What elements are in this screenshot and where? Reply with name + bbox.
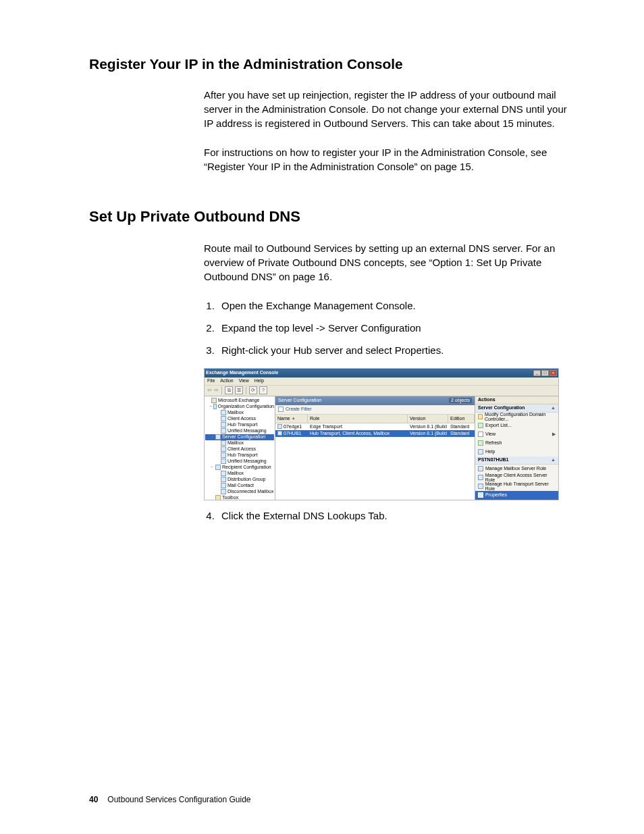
folder-icon (221, 422, 226, 427)
tree-node[interactable]: Mailbox (205, 410, 274, 416)
para-register-2: For instructions on how to register your… (204, 145, 572, 174)
action-icon (478, 423, 483, 428)
filter-row[interactable]: Create Filter (275, 405, 475, 415)
folder-icon (221, 477, 226, 482)
heading-register-ip: Register Your IP in the Administration C… (89, 55, 572, 73)
tree-node[interactable]: Hub Transport (205, 452, 274, 459)
toolbar-btn-help[interactable]: ? (259, 386, 267, 394)
document-page: Register Your IP in the Administration C… (0, 0, 644, 834)
collapse-icon: ▲ (551, 405, 556, 411)
center-title: Server Configuration (278, 398, 321, 403)
menu-file[interactable]: File (207, 378, 215, 384)
folder-icon (221, 483, 226, 488)
maximize-button[interactable]: □ (541, 370, 549, 376)
server-icon (277, 431, 282, 436)
sort-asc-icon: ▲ (292, 416, 296, 421)
folder-icon (221, 452, 226, 458)
menu-action[interactable]: Action (220, 378, 233, 384)
action-item[interactable]: Refresh (475, 439, 558, 448)
actions-header: Actions (475, 396, 558, 405)
menu-help[interactable]: Help (254, 378, 264, 384)
toolbar-btn-refresh[interactable]: ⟳ (249, 386, 257, 394)
action-icon (478, 414, 483, 419)
tree-node[interactable]: Client Access (205, 446, 274, 452)
step-item: Right-click your Hub server and select P… (217, 343, 572, 357)
center-header: Server Configuration 2 objects (275, 396, 475, 405)
center-pane: Server Configuration 2 objects Create Fi… (275, 396, 475, 500)
heading-private-dns: Set Up Private Outbound DNS (89, 207, 572, 226)
menu-view[interactable]: View (239, 378, 249, 384)
screenshot-exchange-console: Exchange Management Console _ □ × FileAc… (204, 368, 559, 500)
tree-node[interactable]: −Server Configuration (205, 434, 274, 440)
col-edition[interactable]: Edition (448, 415, 475, 423)
folder-icon (221, 489, 226, 494)
nav-tree[interactable]: Microsoft Exchange−Organization Configur… (205, 396, 275, 500)
tree-node[interactable]: −Organization Configuration (205, 404, 274, 410)
para-register-1: After you have set up reinjection, regis… (204, 88, 572, 130)
tree-node[interactable]: Toolbox (205, 495, 274, 500)
object-count: 2 objects (449, 398, 472, 403)
table-row[interactable]: 07edge1Edge TransportVersion 8.1 (Build … (275, 423, 475, 430)
actions-pane: Actions Server Configuration▲ Modify Con… (475, 396, 558, 500)
action-item[interactable]: Manage Hub Transport Server Role (475, 482, 558, 491)
action-icon (478, 432, 483, 437)
window-titlebar: Exchange Management Console _ □ × (205, 369, 558, 377)
forward-icon[interactable]: ⇨ (214, 388, 219, 394)
tree-node[interactable]: Distribution Group (205, 477, 274, 483)
action-item[interactable]: Help (475, 448, 558, 457)
page-footer: 40Outbound Services Configuration Guide (89, 795, 251, 804)
footer-title: Outbound Services Configuration Guide (107, 795, 250, 804)
tree-node[interactable]: Hub Transport (205, 422, 274, 428)
tree-node[interactable]: Mailbox (205, 440, 274, 446)
action-item[interactable]: Modify Configuration Domain Controller..… (475, 413, 558, 421)
close-button[interactable]: × (549, 370, 557, 376)
action-icon (478, 466, 483, 471)
step-item: Open the Exchange Management Console. (217, 298, 572, 313)
folder-icon (215, 465, 221, 470)
action-icon (478, 484, 483, 489)
table-row[interactable]: 07HUB1Hub Transport, Client Access, Mail… (275, 430, 475, 437)
action-icon (478, 449, 483, 454)
menu-bar: FileActionViewHelp (205, 377, 558, 386)
group2-header[interactable]: PSTN07HUB1▲ (475, 457, 558, 465)
window-title: Exchange Management Console (206, 370, 278, 375)
step-item: Expand the top level -> Server Configura… (217, 321, 572, 335)
tree-node[interactable]: Disconnected Mailbox (205, 489, 274, 495)
back-icon[interactable]: ⇦ (207, 388, 212, 394)
filter-icon (278, 407, 284, 412)
page-number: 40 (89, 795, 98, 804)
action-icon (478, 440, 483, 446)
filter-label: Create Filter (286, 407, 312, 412)
minimize-button[interactable]: _ (533, 370, 541, 376)
table-header: Name▲ Role Version Edition (275, 415, 475, 423)
tree-node[interactable]: Microsoft Exchange (205, 398, 274, 404)
folder-icon (221, 428, 226, 434)
tree-node[interactable]: Mail Contact (205, 483, 274, 489)
action-item[interactable]: Properties (475, 491, 558, 500)
tree-node[interactable]: Unified Messaging (205, 459, 274, 465)
col-name[interactable]: Name▲ (275, 415, 308, 423)
tree-node[interactable]: Client Access (205, 416, 274, 422)
toolbar-btn-2[interactable]: ☰ (235, 386, 243, 394)
para-dns-intro: Route mail to Outbound Services by setti… (204, 241, 572, 284)
tree-node[interactable]: Unified Messaging (205, 428, 274, 434)
folder-icon (215, 434, 221, 440)
col-role[interactable]: Role (308, 415, 408, 423)
collapse-icon: ▲ (551, 457, 556, 463)
server-icon (277, 424, 282, 429)
chevron-right-icon: ▶ (552, 432, 556, 437)
action-item[interactable]: Export List... (475, 421, 558, 430)
folder-icon (221, 446, 226, 452)
action-item[interactable]: View▶ (475, 430, 558, 439)
folder-icon (221, 459, 226, 464)
folder-icon (221, 416, 226, 421)
ordered-steps: Open the Exchange Management Console.Exp… (204, 298, 572, 357)
toolbar-btn-1[interactable]: ⧉ (225, 386, 233, 394)
folder-icon (211, 398, 217, 403)
col-version[interactable]: Version (408, 415, 448, 423)
tree-node[interactable]: Mailbox (205, 471, 274, 477)
step-4-container: Click the External DNS Lookups Tab. (204, 509, 572, 523)
tree-node[interactable]: −Recipient Configuration (205, 465, 274, 471)
action-icon (478, 492, 483, 498)
action-icon (478, 475, 483, 480)
